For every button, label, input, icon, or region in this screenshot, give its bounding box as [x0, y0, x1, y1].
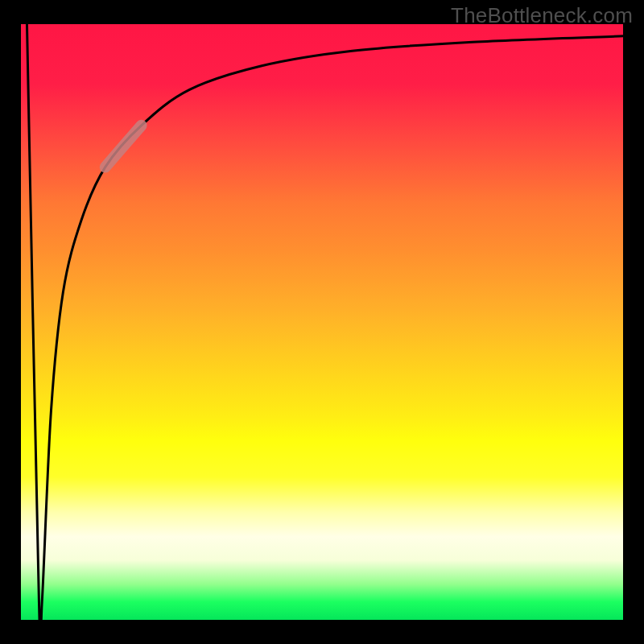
highlight-segment [105, 126, 142, 167]
bottleneck-curve [27, 24, 623, 644]
plot-border [16, 24, 628, 625]
watermark-text: TheBottleneck.com [451, 3, 633, 28]
chart-frame: TheBottleneck.com [0, 0, 644, 644]
curve-layer [21, 24, 623, 620]
